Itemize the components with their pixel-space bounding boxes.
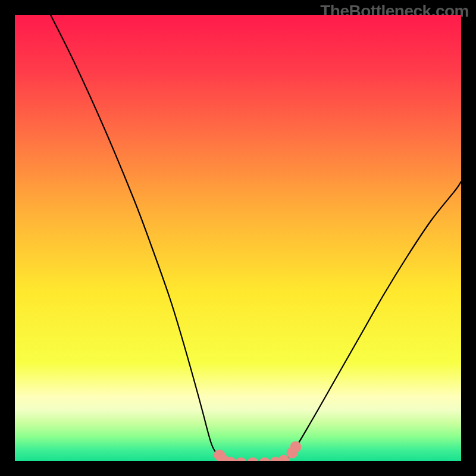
chart-background (15, 15, 461, 461)
chart-frame: TheBottleneck.com (0, 0, 476, 476)
bottleneck-chart (15, 15, 461, 461)
highlight-dot (290, 441, 302, 453)
